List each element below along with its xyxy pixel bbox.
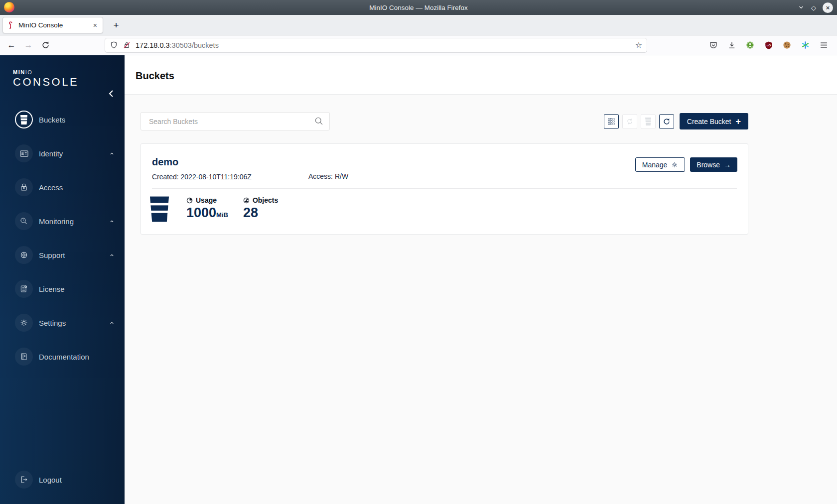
sidebar: MINIO CONSOLE Buck — [0, 55, 125, 504]
close-tab-icon[interactable]: × — [92, 21, 99, 29]
replication-arrows-button[interactable] — [622, 114, 637, 129]
tab-minio-console[interactable]: MinIO Console × — [2, 17, 103, 33]
back-button[interactable]: ← — [4, 38, 19, 53]
search-input[interactable] — [140, 112, 330, 130]
window-title: MinIO Console — Mozilla Firefox — [0, 4, 837, 11]
bucket-created: Created: 2022-08-10T11:19:06Z — [152, 173, 252, 181]
chevron-up-icon[interactable] — [109, 219, 115, 224]
url-bar[interactable]: 172.18.0.3:30503/buckets ☆ — [105, 38, 647, 53]
chevron-up-icon[interactable] — [109, 151, 115, 156]
url-text: 172.18.0.3:30503/buckets — [136, 41, 635, 49]
sidebar-item-label: Support — [39, 251, 65, 259]
sidebar-item-label: Identity — [39, 149, 63, 158]
sidebar-item-support[interactable]: Support — [15, 246, 118, 264]
refresh-button[interactable] — [659, 114, 674, 129]
sidebar-item-label: Documentation — [39, 353, 89, 361]
url-host: 172.18.0.3 — [136, 41, 170, 49]
objects-label: Objects — [253, 196, 278, 204]
firefox-window: MinIO Console — Mozilla Firefox ◇ × MinI… — [0, 0, 837, 504]
identity-card-icon — [15, 144, 33, 162]
bucket-card: demo Created: 2022-08-10T11:19:06Z Acces… — [140, 143, 748, 235]
bucket-access: Access: R/W — [308, 172, 348, 180]
chevron-up-icon[interactable] — [109, 320, 115, 326]
page-title: Buckets — [136, 70, 837, 82]
sidebar-item-label: License — [39, 285, 65, 293]
usage-value: 1000 — [186, 205, 216, 220]
tab-title: MinIO Console — [18, 21, 92, 29]
downloads-icon[interactable] — [724, 38, 739, 52]
browse-label: Browse — [697, 161, 720, 169]
sidebar-item-label: Buckets — [39, 116, 65, 124]
documentation-book-icon — [15, 348, 33, 366]
window-titlebar: MinIO Console — Mozilla Firefox ◇ × — [0, 0, 837, 15]
insecure-lock-icon[interactable] — [123, 41, 131, 49]
privacy-extension-icon[interactable] — [743, 38, 757, 52]
gear-icon — [15, 314, 33, 332]
page-header: Buckets — [125, 55, 837, 95]
objects-value: 28 — [243, 206, 278, 220]
sidebar-item-documentation[interactable]: Documentation — [15, 348, 118, 366]
reload-button[interactable] — [38, 38, 53, 53]
svg-text:uO: uO — [766, 43, 771, 46]
support-buoy-icon — [15, 246, 33, 264]
manage-label: Manage — [642, 161, 668, 169]
sidebar-item-identity[interactable]: Identity — [15, 144, 118, 162]
browse-button[interactable]: Browse → — [690, 157, 737, 172]
arrow-right-icon: → — [724, 161, 731, 169]
delete-buckets-button[interactable] — [641, 114, 656, 129]
logo-min: MIN — [13, 69, 25, 75]
sidebar-item-label: Access — [39, 183, 63, 192]
menu-hamburger-icon[interactable] — [817, 38, 831, 52]
grid-view-button[interactable] — [604, 114, 619, 129]
minio-favicon-icon — [7, 21, 14, 29]
usage-unit: MiB — [216, 211, 228, 219]
sidebar-item-access[interactable]: Access — [15, 178, 118, 196]
objects-metric: Objects 28 — [243, 196, 278, 222]
lock-user-icon — [15, 178, 33, 196]
chevron-up-icon[interactable] — [109, 252, 115, 258]
minimize-window-button[interactable] — [798, 4, 805, 11]
close-window-button[interactable]: × — [823, 2, 833, 13]
bookmark-star-icon[interactable]: ☆ — [635, 40, 642, 50]
tab-bar: MinIO Console × + — [0, 15, 837, 35]
new-tab-button[interactable]: + — [110, 19, 123, 32]
sidebar-item-settings[interactable]: Settings — [15, 314, 118, 332]
license-document-icon — [15, 280, 33, 298]
url-path: :30503/buckets — [170, 41, 219, 49]
cookie-extension-icon[interactable] — [780, 38, 794, 52]
usage-metric: Usage 1000MiB — [186, 196, 228, 222]
colorful-extension-icon[interactable] — [798, 38, 813, 52]
ublock-origin-icon[interactable]: uO — [761, 38, 776, 52]
collapse-sidebar-icon[interactable] — [108, 89, 115, 98]
sidebar-item-label: Monitoring — [39, 217, 74, 226]
buckets-toolbar: Create Bucket + — [140, 112, 748, 130]
card-divider — [152, 188, 737, 189]
sidebar-item-monitoring[interactable]: Monitoring — [15, 212, 118, 230]
tracking-shield-icon[interactable] — [110, 41, 118, 49]
main-content: Buckets — [125, 55, 837, 504]
objects-icon — [243, 197, 250, 204]
minio-console-logo: MINIO CONSOLE — [13, 69, 125, 91]
magnifier-gauge-icon — [15, 212, 33, 230]
manage-button[interactable]: Manage — [635, 157, 686, 172]
plus-icon: + — [735, 117, 741, 126]
sidebar-item-label: Logout — [39, 476, 62, 484]
sidebar-item-label: Settings — [39, 319, 66, 327]
page-body: Create Bucket + demo Created: 2022-08-10… — [125, 95, 837, 504]
sidebar-item-buckets[interactable]: Buckets — [15, 111, 118, 128]
maximize-window-button[interactable]: ◇ — [811, 4, 816, 11]
bucket-large-icon — [149, 196, 170, 222]
sidebar-menu: Buckets Identity — [0, 111, 125, 366]
create-bucket-label: Create Bucket — [687, 118, 731, 126]
sidebar-item-license[interactable]: License — [15, 280, 118, 298]
logo-io: IO — [25, 69, 33, 75]
logo-console: CONSOLE — [13, 76, 125, 89]
usage-pie-icon — [186, 197, 193, 204]
create-bucket-button[interactable]: Create Bucket + — [680, 113, 748, 129]
logout-icon — [15, 471, 33, 489]
bucket-icon — [15, 111, 33, 128]
forward-button[interactable]: → — [21, 38, 36, 53]
browser-toolbar: ← → 172.18.0.3:30503/buckets ☆ — [0, 35, 837, 55]
pocket-icon[interactable] — [706, 38, 720, 52]
sidebar-item-logout[interactable]: Logout — [15, 471, 62, 489]
